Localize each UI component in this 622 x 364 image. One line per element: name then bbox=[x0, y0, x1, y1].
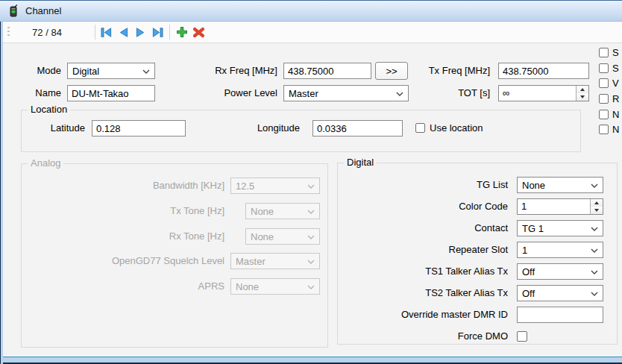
aprs-label: APRS bbox=[37, 278, 224, 295]
title-bar[interactable]: Channel bbox=[0, 0, 622, 22]
color-code-spin-down-button[interactable] bbox=[591, 207, 603, 214]
add-icon bbox=[176, 26, 188, 38]
window-frame-bottom bbox=[0, 357, 622, 364]
tx-tone-select[interactable]: None bbox=[245, 203, 320, 219]
bandwidth-value: 12.5 bbox=[236, 181, 254, 192]
side-checkbox-5[interactable] bbox=[599, 110, 609, 119]
chevron-down-icon bbox=[307, 235, 315, 239]
color-code-label: Color Code bbox=[353, 198, 508, 215]
bandwidth-select[interactable]: 12.5 bbox=[230, 178, 320, 194]
mode-label: Mode bbox=[15, 63, 61, 79]
chevron-down-icon bbox=[591, 248, 598, 253]
mode-select[interactable]: Digital bbox=[67, 63, 155, 79]
tx-tone-value: None bbox=[251, 206, 274, 217]
side-checkbox-6-label: N bbox=[612, 124, 619, 136]
tx-tone-label: Tx Tone [Hz] bbox=[37, 203, 224, 219]
ts1-talker-alias-label: TS1 Talker Alias Tx bbox=[353, 263, 508, 280]
window-title: Channel bbox=[25, 5, 61, 16]
color-code-spinner[interactable]: 1 bbox=[517, 198, 603, 215]
delete-channel-button[interactable] bbox=[190, 24, 207, 41]
side-checkbox-2-label: S bbox=[612, 63, 619, 75]
override-dmr-id-input[interactable] bbox=[517, 307, 603, 323]
channel-form: Mode Digital Rx Freq [MHz] >> Tx Freq [M… bbox=[3, 43, 622, 356]
override-dmr-id-label: Override master DMR ID bbox=[353, 307, 508, 323]
tot-spinner[interactable]: ∞ bbox=[498, 85, 589, 101]
tot-value: ∞ bbox=[503, 86, 509, 101]
tx-freq-input[interactable] bbox=[498, 63, 589, 79]
latitude-label: Latitude bbox=[31, 120, 85, 136]
chevron-down-icon bbox=[307, 260, 315, 264]
chevron-down-icon bbox=[591, 292, 598, 296]
aprs-value: None bbox=[236, 281, 259, 292]
tot-label: TOT [s] bbox=[392, 85, 490, 101]
power-level-label: Power Level bbox=[179, 85, 277, 101]
repeater-slot-select[interactable]: 1 bbox=[517, 242, 603, 258]
contact-value: TG 1 bbox=[522, 223, 544, 234]
side-checkbox-6[interactable] bbox=[599, 125, 609, 134]
toolbar-separator bbox=[169, 25, 170, 40]
last-record-icon bbox=[152, 28, 163, 37]
ts1-talker-alias-select[interactable]: Off bbox=[517, 263, 603, 280]
chevron-down-icon bbox=[591, 183, 598, 188]
contact-label: Contact bbox=[353, 220, 508, 236]
next-record-button[interactable] bbox=[132, 24, 149, 41]
rx-tone-value: None bbox=[251, 231, 274, 242]
chevron-down-icon bbox=[591, 270, 598, 274]
power-level-select[interactable]: Master bbox=[283, 85, 409, 101]
longitude-input[interactable] bbox=[312, 120, 403, 136]
chevron-down-icon bbox=[307, 184, 315, 189]
radio-icon bbox=[8, 4, 19, 17]
squelch-level-select[interactable]: Master bbox=[230, 253, 320, 269]
use-location-checkbox[interactable] bbox=[415, 123, 425, 133]
ts2-talker-alias-label: TS2 Talker Alias Tx bbox=[353, 285, 508, 301]
window-frame-left bbox=[0, 0, 3, 364]
mode-value: Digital bbox=[72, 66, 99, 77]
name-input[interactable] bbox=[67, 85, 155, 101]
repeater-slot-value: 1 bbox=[522, 245, 527, 256]
power-level-value: Master bbox=[289, 88, 318, 99]
tot-spin-down-button[interactable] bbox=[577, 93, 588, 101]
toolbar-grip-handle[interactable] bbox=[7, 27, 10, 38]
side-checkbox-4-label: R bbox=[612, 93, 619, 105]
channel-window: Channel 72 / 84 bbox=[0, 0, 622, 364]
rx-tone-label: Rx Tone [Hz] bbox=[37, 228, 224, 245]
contact-select[interactable]: TG 1 bbox=[517, 220, 603, 236]
repeater-slot-label: Repeater Slot bbox=[353, 242, 508, 258]
digital-group: Digital TG List None Color Code 1 Contac… bbox=[337, 163, 618, 345]
side-checkbox-2[interactable] bbox=[599, 63, 609, 73]
ts2-talker-alias-select[interactable]: Off bbox=[517, 285, 603, 301]
digital-group-title: Digital bbox=[344, 157, 377, 169]
side-checkbox-4[interactable] bbox=[599, 94, 609, 104]
force-dmo-label: Force DMO bbox=[353, 328, 508, 345]
rx-tone-select[interactable]: None bbox=[245, 228, 320, 245]
tg-list-label: TG List bbox=[353, 177, 508, 193]
add-channel-button[interactable] bbox=[173, 24, 190, 41]
first-record-button[interactable] bbox=[98, 24, 115, 41]
last-record-button[interactable] bbox=[149, 24, 166, 41]
use-location-label: Use location bbox=[430, 122, 483, 134]
chevron-down-icon bbox=[307, 210, 315, 214]
previous-record-button[interactable] bbox=[115, 24, 132, 41]
arrow-down-icon bbox=[580, 95, 585, 98]
force-dmo-checkbox[interactable] bbox=[517, 331, 527, 342]
rx-freq-input[interactable] bbox=[283, 63, 371, 79]
name-label: Name bbox=[15, 85, 61, 101]
aprs-select[interactable]: None bbox=[230, 278, 320, 295]
side-checkbox-1[interactable] bbox=[599, 48, 609, 57]
rx-freq-label: Rx Freq [MHz] bbox=[179, 63, 277, 79]
latitude-input[interactable] bbox=[92, 120, 186, 136]
first-record-icon bbox=[101, 28, 112, 37]
ts2-talker-alias-value: Off bbox=[522, 288, 535, 299]
delete-icon bbox=[192, 27, 205, 38]
squelch-level-label: OpenGD77 Squelch Level bbox=[37, 253, 224, 269]
tg-list-select[interactable]: None bbox=[517, 177, 603, 193]
record-toolbar: 72 / 84 bbox=[3, 22, 622, 43]
longitude-label: Longitude bbox=[224, 120, 300, 136]
tx-freq-label: Tx Freq [MHz] bbox=[392, 63, 490, 79]
side-checkbox-3[interactable] bbox=[599, 78, 609, 88]
side-checkbox-1-label: S bbox=[612, 47, 619, 59]
toolbar-separator bbox=[95, 25, 95, 40]
tg-list-value: None bbox=[522, 180, 545, 191]
chevron-down-icon bbox=[591, 227, 598, 231]
previous-record-icon bbox=[119, 28, 128, 37]
